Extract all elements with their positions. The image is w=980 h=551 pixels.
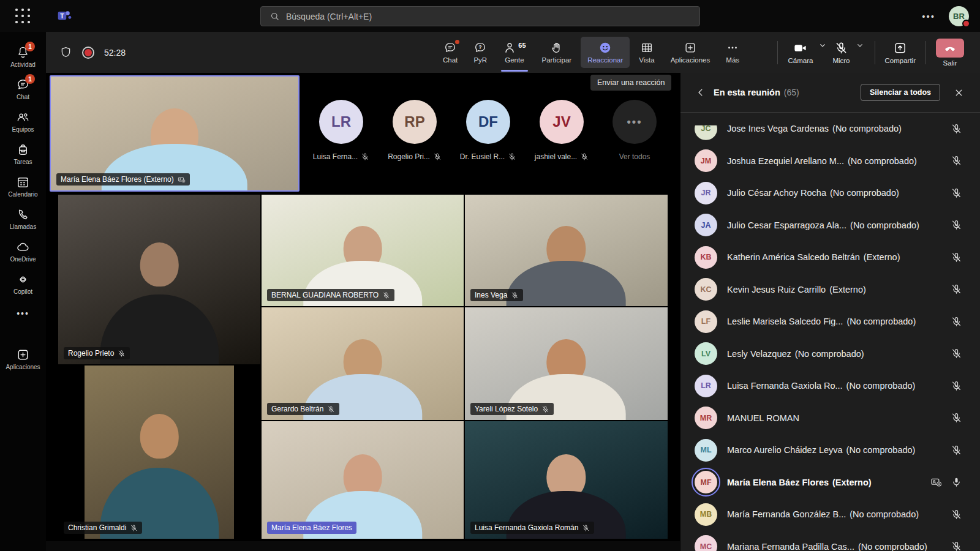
participant-row[interactable]: JM Joshua Ezequiel Arellano M... (No com… xyxy=(680,145,980,178)
participant-name: Kevin Jesus Ruiz Carrillo xyxy=(727,285,826,294)
copilot-icon xyxy=(16,272,30,287)
share-button[interactable]: Compartir xyxy=(885,41,916,64)
participant-tag: (Externo) xyxy=(864,252,900,262)
participant-row[interactable]: MC Mariana Fernanda Padilla Cas... (No c… xyxy=(680,531,980,551)
participant-row[interactable]: LF Leslie Marisela Salcedo Fig... (No co… xyxy=(680,305,980,338)
participant-avatar: MF xyxy=(695,471,717,493)
participant-avatar: DF xyxy=(466,100,510,144)
participant-name: Julio César Achoy Rocha xyxy=(727,188,826,198)
spotlight-video-tile[interactable]: María Elena Báez Flores (Externo) xyxy=(50,75,300,192)
participant-row[interactable]: MR MANUEL ROMAN xyxy=(680,402,980,435)
mic-muted-icon xyxy=(951,316,962,328)
mic-muted-icon xyxy=(327,405,335,413)
participant-row[interactable]: LV Lesly Velazquez (No comprobado) xyxy=(680,338,980,370)
mic-button[interactable]: Micro xyxy=(832,41,850,64)
participant-avatar: JV xyxy=(540,100,584,144)
toolbar-tab-participar[interactable]: Participar xyxy=(534,32,580,73)
participant-row[interactable]: MF María Elena Báez Flores (Externo) xyxy=(680,467,980,499)
video-tile[interactable]: BERNAL GUADIANA ROBERTO xyxy=(262,195,464,306)
video-tile[interactable]: Christian Grimaldi xyxy=(58,365,260,539)
participants-list[interactable]: JC Jose Ines Vega Cardenas (No comprobad… xyxy=(680,113,980,551)
toolbar-tab-gente[interactable]: 65 Gente xyxy=(495,32,533,73)
mic-dropdown-chevron[interactable] xyxy=(855,40,865,50)
sidebar-item-actividad[interactable]: 1 Actividad xyxy=(0,40,46,73)
tile-name-label: María Elena Báez Flores xyxy=(267,522,356,534)
search-input[interactable]: Búsqueda (Ctrl+Alt+E) xyxy=(260,6,700,26)
apps-plus-icon xyxy=(684,41,697,54)
person-silhouette xyxy=(94,414,224,539)
search-placeholder: Búsqueda (Ctrl+Alt+E) xyxy=(286,12,372,21)
participant-avatar: JR xyxy=(695,182,717,204)
sidebar-item-equipos[interactable]: Equipos xyxy=(0,105,46,138)
mic-muted-icon xyxy=(951,541,962,551)
participant-tag: (No comprobado) xyxy=(795,349,864,359)
camera-button[interactable]: Cámara xyxy=(788,41,813,64)
recording-indicator-icon[interactable] xyxy=(82,47,94,59)
divider xyxy=(777,41,778,64)
overflow-participant[interactable]: JV jashiel vale... xyxy=(540,100,584,161)
app-launcher-icon[interactable] xyxy=(15,8,31,24)
sidebar-item-aplicaciones[interactable]: Aplicaciones xyxy=(0,343,46,375)
overflow-participant[interactable]: LR Luisa Ferna... xyxy=(319,100,363,161)
participant-avatar: LR xyxy=(319,100,363,144)
toolbar-tab-pyr[interactable]: PyR xyxy=(466,32,495,73)
participant-avatar: LV xyxy=(695,342,717,365)
svg-text:T: T xyxy=(60,13,64,20)
topbar-more-button[interactable]: ••• xyxy=(922,11,935,21)
overflow-participant[interactable]: RP Rogelio Pri... xyxy=(393,100,437,161)
participant-name: Jose Ines Vega Cardenas xyxy=(727,124,829,133)
mic-muted-icon xyxy=(951,155,962,167)
mic-muted-icon xyxy=(118,350,126,358)
sidebar-item-tareas[interactable]: Tareas xyxy=(0,138,46,170)
sidebar-item-copilot[interactable]: Copilot xyxy=(0,268,46,300)
participant-tag: (No comprobado) xyxy=(830,188,899,198)
sidebar-item-onedrive[interactable]: OneDrive xyxy=(0,235,46,268)
video-tile[interactable]: Ines Vega xyxy=(465,195,668,306)
participant-row[interactable]: JC Jose Ines Vega Cardenas (No comprobad… xyxy=(680,113,980,145)
overflow-participant[interactable]: DF Dr. Eusiel R... xyxy=(466,100,510,161)
search-icon xyxy=(270,11,280,21)
participants-panel-header: En esta reunión (65) Silenciar a todos xyxy=(680,73,980,112)
participant-avatar: LF xyxy=(695,310,717,333)
participant-row[interactable]: JR Julio César Achoy Rocha (No comprobad… xyxy=(680,177,980,209)
leave-button[interactable]: Salir xyxy=(936,39,964,67)
participant-tag: (No comprobado) xyxy=(846,317,916,326)
profile-avatar[interactable]: BR xyxy=(949,6,969,26)
sidebar-item-chat[interactable]: 1 Chat xyxy=(0,73,46,105)
screen-share-icon xyxy=(930,476,942,488)
mic-muted-icon xyxy=(508,152,516,161)
toolbar-tab-chat[interactable]: Chat xyxy=(435,32,466,73)
video-tile[interactable]: María Elena Báez Flores xyxy=(262,421,464,539)
participant-row[interactable]: KB Katherin América Salcedo Beltrán (Ext… xyxy=(680,241,980,274)
participant-avatar: MB xyxy=(695,503,717,526)
view-grid-icon xyxy=(640,41,654,54)
toolbar-tab-vista[interactable]: Vista xyxy=(631,32,662,73)
view-all-button[interactable]: ••• Ver todos xyxy=(612,100,657,161)
video-tile[interactable]: Luisa Fernanda Gaxiola Román xyxy=(465,421,668,539)
camera-dropdown-chevron[interactable] xyxy=(818,40,827,50)
sidebar-more-button[interactable]: ••• xyxy=(0,300,46,327)
participant-row[interactable]: MB María Fernanda González B... (No comp… xyxy=(680,498,980,531)
mic-muted-icon xyxy=(541,405,549,413)
security-shield-icon[interactable] xyxy=(59,46,72,59)
video-tile[interactable]: Yareli López Sotelo xyxy=(465,307,668,420)
mic-muted-icon xyxy=(433,152,442,161)
toolbar-tab-mas[interactable]: Más xyxy=(718,32,747,73)
toolbar-tab-aplicaciones[interactable]: Aplicaciones xyxy=(663,32,718,73)
participant-name: María Elena Báez Flores xyxy=(727,478,829,487)
mic-muted-icon xyxy=(361,152,369,161)
mic-muted-icon xyxy=(951,380,962,392)
sidebar-item-llamadas[interactable]: Llamadas xyxy=(0,203,46,235)
video-tile[interactable]: Gerardo Beltrán xyxy=(262,307,464,420)
mute-all-button[interactable]: Silenciar a todos xyxy=(861,84,940,101)
sidebar-item-calendario[interactable]: Calendario xyxy=(0,170,46,203)
participant-row[interactable]: JA Julio Cesar Esparragoza Ala... (No co… xyxy=(680,209,980,242)
participant-row[interactable]: LR Luisa Fernanda Gaxiola Ro... (No comp… xyxy=(680,370,980,402)
back-chevron-icon[interactable] xyxy=(695,87,706,98)
tile-name-label: BERNAL GUADIANA ROBERTO xyxy=(267,289,394,301)
participant-row[interactable]: ML Marco Aurelio Cháidez Leyva (No compr… xyxy=(680,434,980,467)
close-panel-icon[interactable] xyxy=(954,88,964,98)
video-tile[interactable]: Rogelio Prieto xyxy=(58,195,260,364)
toolbar-tab-reaccionar[interactable]: Reaccionar xyxy=(581,37,630,68)
participant-row[interactable]: KC Kevin Jesus Ruiz Carrillo (Externo) xyxy=(680,274,980,306)
